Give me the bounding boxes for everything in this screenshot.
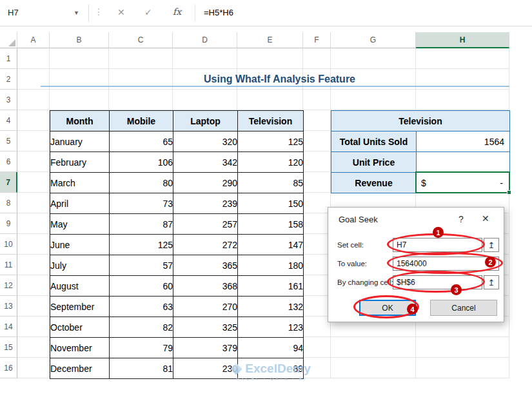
row-header-5[interactable]: 5	[0, 131, 17, 151]
cell-mobile[interactable]: 57	[110, 255, 173, 276]
cancel-entry-icon[interactable]: ✕	[117, 7, 125, 17]
cell-laptop[interactable]: 270	[173, 297, 238, 317]
cell-mobile[interactable]: 80	[110, 173, 173, 193]
cell-television[interactable]: 147	[238, 235, 304, 255]
cell-mobile[interactable]: 125	[110, 235, 173, 255]
name-box-dropdown-icon[interactable]: ▼	[74, 10, 79, 16]
header-mobile[interactable]: Mobile	[110, 111, 173, 131]
cell-television[interactable]: 125	[238, 131, 304, 152]
cell-laptop[interactable]: 379	[173, 338, 238, 358]
cell-mobile[interactable]: 63	[110, 297, 173, 317]
unit-price-label[interactable]: Unit Price	[331, 152, 417, 173]
cell-mobile[interactable]: 82	[110, 317, 173, 338]
insert-function-icon[interactable]: fx	[173, 6, 181, 17]
col-header-h-selected[interactable]: H	[416, 32, 509, 48]
col-header-e[interactable]: E	[237, 32, 303, 48]
by-changing-cell-input[interactable]	[393, 275, 482, 289]
cell-laptop[interactable]: 257	[173, 214, 238, 235]
select-all-button[interactable]	[0, 32, 17, 48]
resize-dots-icon[interactable]: ⋮	[94, 6, 103, 17]
cell-mobile[interactable]: 106	[110, 152, 173, 173]
row-header-2[interactable]: 2	[0, 69, 17, 90]
cell-television[interactable]: 180	[238, 255, 304, 276]
cell-mobile[interactable]: 81	[110, 358, 173, 379]
col-header-f[interactable]: F	[303, 32, 331, 48]
cell-month[interactable]: May	[50, 214, 110, 235]
total-units-label[interactable]: Total Units Sold	[331, 131, 417, 152]
col-header-d[interactable]: D	[173, 32, 237, 48]
range-picker-icon[interactable]: ↥	[484, 275, 499, 289]
help-icon[interactable]: ?	[458, 214, 464, 224]
cell-month[interactable]: October	[50, 317, 110, 338]
cell-television[interactable]: 132	[238, 297, 304, 317]
row-header-8[interactable]: 8	[0, 193, 17, 213]
cell-laptop[interactable]: 272	[173, 235, 238, 255]
row-header-9[interactable]: 9	[0, 213, 17, 234]
cell-laptop[interactable]: 239	[173, 193, 238, 214]
range-picker-icon[interactable]: ↥	[484, 238, 499, 252]
row-header-3[interactable]: 3	[0, 90, 17, 110]
cell-month[interactable]: September	[50, 297, 110, 317]
set-cell-input[interactable]	[393, 238, 482, 252]
confirm-entry-icon[interactable]: ✓	[144, 7, 152, 17]
row-header-14[interactable]: 14	[0, 316, 17, 337]
unit-price-value[interactable]	[417, 152, 510, 173]
row-header-16[interactable]: 16	[0, 358, 17, 378]
col-header-c[interactable]: C	[109, 32, 173, 48]
cell-laptop[interactable]: 342	[173, 152, 238, 173]
cell-laptop[interactable]: 290	[173, 173, 238, 193]
cell-month[interactable]: March	[50, 173, 110, 193]
name-box[interactable]: H7	[8, 8, 19, 17]
cell-month[interactable]: August	[50, 276, 110, 297]
cell-month[interactable]: November	[50, 338, 110, 358]
row-header-11[interactable]: 11	[0, 255, 17, 275]
col-header-a[interactable]: A	[17, 32, 50, 48]
row-header-10[interactable]: 10	[0, 234, 17, 255]
cell-mobile[interactable]: 65	[110, 131, 173, 152]
header-television[interactable]: Television	[238, 111, 304, 131]
cell-mobile[interactable]: 73	[110, 193, 173, 214]
cell-laptop[interactable]: 365	[173, 255, 238, 276]
cell-television[interactable]: 161	[238, 276, 304, 297]
cell-laptop[interactable]: 325	[173, 317, 238, 338]
header-month[interactable]: Month	[50, 111, 110, 131]
cancel-button[interactable]: Cancel	[430, 300, 497, 316]
total-units-value[interactable]: 1564	[417, 131, 510, 152]
col-header-g[interactable]: G	[331, 32, 416, 48]
cell-laptop[interactable]: 368	[173, 276, 238, 297]
cell-month[interactable]: April	[50, 193, 110, 214]
row-header-6[interactable]: 6	[0, 151, 17, 172]
cell-month[interactable]: January	[50, 131, 110, 152]
revenue-label[interactable]: Revenue	[331, 173, 417, 193]
cell-laptop[interactable]: 320	[173, 131, 238, 152]
row-header-4[interactable]: 4	[0, 110, 17, 131]
cell-television[interactable]: 85	[238, 173, 304, 193]
cell-television[interactable]: 158	[238, 214, 304, 235]
cell-television[interactable]: 94	[238, 338, 304, 358]
row-header-15[interactable]: 15	[0, 337, 17, 358]
cell-television[interactable]: 123	[238, 317, 304, 338]
cell-month[interactable]: June	[50, 235, 110, 255]
cell-mobile[interactable]: 60	[110, 276, 173, 297]
row-header-7-selected[interactable]: 7	[0, 172, 17, 193]
summary-row: Unit Price	[331, 152, 510, 173]
cell-laptop[interactable]: 230	[173, 358, 238, 379]
revenue-value[interactable]: $ -	[417, 173, 510, 193]
formula-input[interactable]: =H5*H6	[204, 8, 233, 17]
cell-television[interactable]: 120	[238, 152, 304, 173]
to-value-input[interactable]	[393, 257, 499, 271]
cell-month[interactable]: December	[50, 358, 110, 379]
cell-television[interactable]: 150	[238, 193, 304, 214]
col-header-b[interactable]: B	[50, 32, 109, 48]
cell-mobile[interactable]: 87	[110, 214, 173, 235]
cell-television[interactable]: 89	[238, 358, 304, 379]
cell-mobile[interactable]: 79	[110, 338, 173, 358]
row-header-13[interactable]: 13	[0, 296, 17, 316]
close-icon[interactable]: ✕	[482, 213, 489, 224]
cell-month[interactable]: July	[50, 255, 110, 276]
row-header-1[interactable]: 1	[0, 48, 17, 69]
row-header-12[interactable]: 12	[0, 275, 17, 296]
cell-month[interactable]: February	[50, 152, 110, 173]
summary-title-cell[interactable]: Television	[331, 111, 510, 131]
header-laptop[interactable]: Laptop	[173, 111, 238, 131]
